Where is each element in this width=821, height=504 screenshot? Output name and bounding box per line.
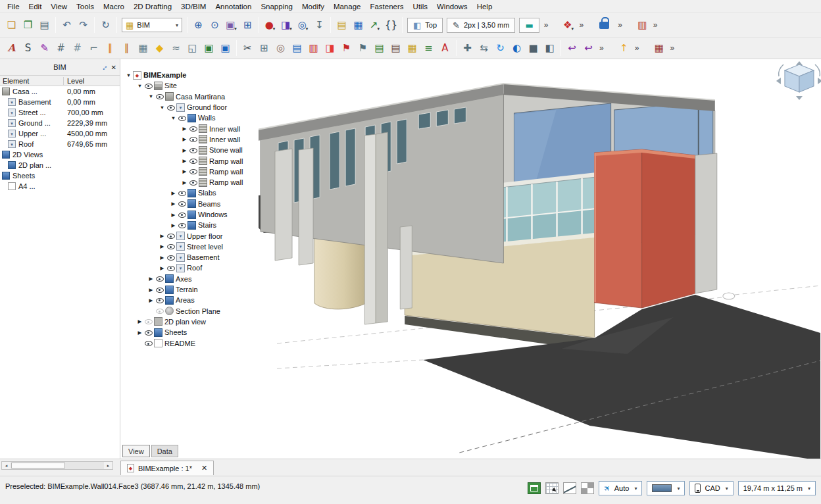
- panel-grid-button[interactable]: ▦: [651, 40, 667, 57]
- gem-button[interactable]: ◆: [151, 40, 168, 57]
- view-frame-button[interactable]: ◱: [184, 40, 201, 57]
- sheet-roll-button[interactable]: ◎: [272, 40, 289, 57]
- visibility-eye-icon[interactable]: [178, 189, 187, 197]
- tree-item-slabs[interactable]: ▶Slabs: [120, 188, 259, 198]
- close-tab-icon[interactable]: ✕: [196, 464, 207, 472]
- table-row[interactable]: A4 ...: [0, 181, 120, 191]
- hatch-alt-button[interactable]: #: [69, 40, 86, 57]
- twistie-icon[interactable]: ▶: [147, 276, 155, 282]
- twistie-icon[interactable]: ▶: [169, 222, 178, 228]
- menu-item-snapping[interactable]: Snapping: [256, 1, 297, 12]
- section-box-button[interactable]: ⊞: [256, 40, 272, 57]
- visibility-eye-icon[interactable]: [189, 178, 199, 187]
- visibility-eye-icon[interactable]: [155, 286, 165, 294]
- visibility-eye-icon[interactable]: [155, 307, 165, 315]
- table-row[interactable]: 2D Views: [0, 149, 120, 160]
- tree-item-ground-floor[interactable]: ▼Ground floor: [120, 102, 259, 113]
- menu-item-file[interactable]: File: [3, 1, 24, 12]
- horizontal-scrollbar[interactable]: ◂ ▸: [1, 461, 113, 470]
- tree-item-ramp-wall[interactable]: ▶Ramp wall: [120, 166, 259, 177]
- menu-item-macro[interactable]: Macro: [99, 1, 129, 12]
- redo-button[interactable]: ↷: [75, 17, 91, 34]
- twistie-icon[interactable]: ▶: [158, 243, 166, 249]
- move-button[interactable]: ✚: [459, 40, 476, 57]
- scroll-right-icon[interactable]: ▸: [104, 462, 112, 469]
- menu-item-fasteners[interactable]: Fasteners: [365, 1, 408, 12]
- table-row[interactable]: Sheets: [0, 170, 120, 181]
- workspace-combo[interactable]: ▦BIM▾: [122, 18, 182, 32]
- tree-item-readme[interactable]: README: [120, 338, 259, 348]
- panels-button[interactable]: ▥: [634, 17, 651, 34]
- menu-item-edit[interactable]: Edit: [24, 1, 47, 12]
- toolbar-overflow-chevron[interactable]: »: [667, 43, 677, 53]
- visibility-eye-icon[interactable]: [166, 103, 176, 112]
- menu-item-windows[interactable]: Windows: [432, 1, 472, 12]
- undo-button[interactable]: ↶: [59, 17, 75, 34]
- transparency-toggle-icon[interactable]: [581, 482, 594, 494]
- toolbar-overflow-chevron[interactable]: »: [576, 20, 586, 30]
- layers-button[interactable]: ▤: [334, 17, 350, 34]
- paper-size-combo[interactable]: 19,74 m x 11,25 m ▾: [738, 481, 816, 495]
- up-direction-button[interactable]: ↑: [616, 40, 632, 57]
- twistie-icon[interactable]: ▶: [169, 190, 178, 196]
- view-back-button[interactable]: ↩: [564, 40, 580, 57]
- components-button[interactable]: ❖▾: [560, 17, 576, 34]
- menu-item-manage[interactable]: Manage: [329, 1, 366, 12]
- twistie-icon[interactable]: ▶: [180, 168, 189, 174]
- scroll-left-icon[interactable]: ◂: [2, 462, 11, 469]
- regen-button[interactable]: ↻: [97, 17, 114, 34]
- twistie-icon[interactable]: ▼: [147, 93, 155, 99]
- open-document-button[interactable]: ❐: [20, 17, 36, 34]
- publish-button[interactable]: ↗▾: [366, 17, 383, 34]
- look-from-button[interactable]: ▣▾: [223, 17, 239, 34]
- grid-hatch-button[interactable]: ▦: [135, 40, 151, 57]
- cad-profile-combo[interactable]: CAD ▾: [689, 481, 733, 495]
- pan-button[interactable]: ⇆: [476, 40, 492, 57]
- tree-item-upper-floor[interactable]: ▶Upper floor: [120, 230, 259, 241]
- tab-data[interactable]: Data: [151, 445, 178, 457]
- twistie-icon[interactable]: ▶: [180, 180, 189, 186]
- text-style-button[interactable]: A: [3, 40, 20, 57]
- pipes-button[interactable]: ∥: [118, 40, 135, 57]
- twistie-icon[interactable]: ▼: [158, 105, 166, 111]
- script-toggle-icon[interactable]: [528, 482, 541, 494]
- render-mode-button[interactable]: ●▾: [262, 17, 278, 34]
- visibility-eye-icon[interactable]: [189, 146, 199, 155]
- view-preset-button[interactable]: ◧Top: [407, 18, 443, 33]
- doc-edit-button[interactable]: ▤: [387, 40, 404, 57]
- visibility-eye-icon[interactable]: [155, 296, 165, 305]
- menu-item-annotation[interactable]: Annotation: [211, 1, 256, 12]
- visibility-eye-icon[interactable]: [166, 253, 176, 262]
- zoom-extents-button[interactable]: ⊙: [207, 17, 223, 34]
- orbit-button[interactable]: ◐: [509, 40, 525, 57]
- visibility-eye-icon[interactable]: [155, 274, 165, 283]
- corner-button[interactable]: ⌐: [86, 40, 102, 57]
- zoom-window-button[interactable]: ⊞: [239, 17, 256, 34]
- annotate-button[interactable]: A: [437, 40, 453, 57]
- tree-item-site[interactable]: ▼Site: [120, 80, 259, 91]
- tree-item-street-level[interactable]: ▶Street level: [120, 241, 259, 252]
- menu-item-tools[interactable]: Tools: [72, 1, 99, 12]
- twistie-icon[interactable]: ▼: [124, 72, 133, 78]
- tree-item-beams[interactable]: ▶Beams: [120, 199, 259, 209]
- save-button[interactable]: ▤: [36, 17, 53, 34]
- visibility-eye-icon[interactable]: [144, 82, 154, 90]
- column-header-element[interactable]: Element: [0, 77, 64, 85]
- scrollbar-thumb[interactable]: [11, 463, 65, 468]
- table-row[interactable]: Street ...700,00 mm: [0, 107, 120, 118]
- parallel-lines-button[interactable]: ∥: [102, 40, 118, 57]
- twistie-icon[interactable]: ▶: [180, 158, 189, 164]
- shaded-view-button[interactable]: ◧: [541, 40, 558, 57]
- twistie-icon[interactable]: ▶: [136, 330, 144, 336]
- attach-pdf-button[interactable]: ▣: [217, 40, 234, 57]
- tree-item-bimexample[interactable]: ▼BIMExample: [120, 70, 259, 80]
- chart-button[interactable]: ◨: [322, 40, 338, 57]
- color-combo[interactable]: ▾: [647, 481, 685, 495]
- table-row[interactable]: Basement0,00 mm: [0, 97, 120, 107]
- tree-item-section-plane[interactable]: Section Plane: [120, 306, 259, 316]
- lock-interface-button[interactable]: [599, 22, 609, 29]
- twistie-icon[interactable]: ▶: [158, 255, 166, 261]
- contour-button[interactable]: ≈: [168, 40, 184, 57]
- panel-close-icon[interactable]: ✕: [111, 64, 116, 71]
- visibility-eye-icon[interactable]: [189, 157, 199, 165]
